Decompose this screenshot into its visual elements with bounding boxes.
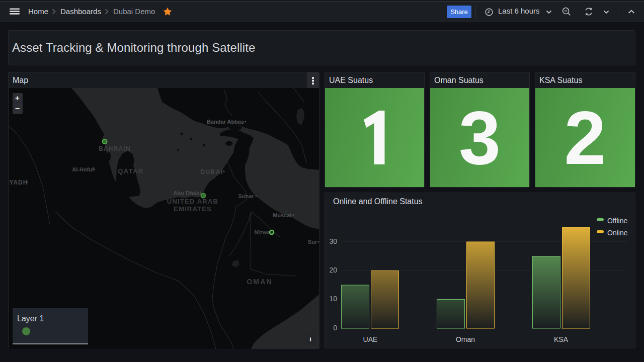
svg-text:30: 30: [329, 237, 337, 245]
svg-text:UNITED ARAB: UNITED ARAB: [167, 198, 218, 205]
svg-text:20: 20: [329, 266, 337, 274]
svg-text:Muscat: Muscat: [273, 212, 292, 218]
svg-text:Sohar: Sohar: [238, 193, 254, 199]
svg-text:Bandar Abbas: Bandar Abbas: [207, 119, 244, 125]
svg-text:DUBAI: DUBAI: [200, 168, 223, 175]
svg-text:Online: Online: [607, 229, 628, 237]
svg-text:UAE: UAE: [363, 335, 378, 343]
svg-text:Nizwa: Nizwa: [254, 229, 270, 235]
svg-text:RIYADH: RIYADH: [9, 179, 28, 186]
svg-text:Abu Dhabi: Abu Dhabi: [174, 190, 201, 196]
svg-text:Sur: Sur: [308, 239, 317, 245]
svg-text:BAHRAIN: BAHRAIN: [99, 145, 131, 152]
svg-text:EMIRATES: EMIRATES: [174, 205, 212, 213]
svg-text:Al-Hofuf: Al-Hofuf: [72, 166, 94, 172]
svg-text:10: 10: [329, 295, 337, 303]
svg-text:Oman: Oman: [456, 335, 475, 343]
svg-text:KSA: KSA: [554, 335, 569, 343]
svg-text:Offline: Offline: [607, 217, 627, 225]
svg-text:QATAR: QATAR: [118, 167, 143, 175]
svg-text:0: 0: [333, 324, 337, 332]
svg-text:OMAN: OMAN: [247, 278, 273, 286]
